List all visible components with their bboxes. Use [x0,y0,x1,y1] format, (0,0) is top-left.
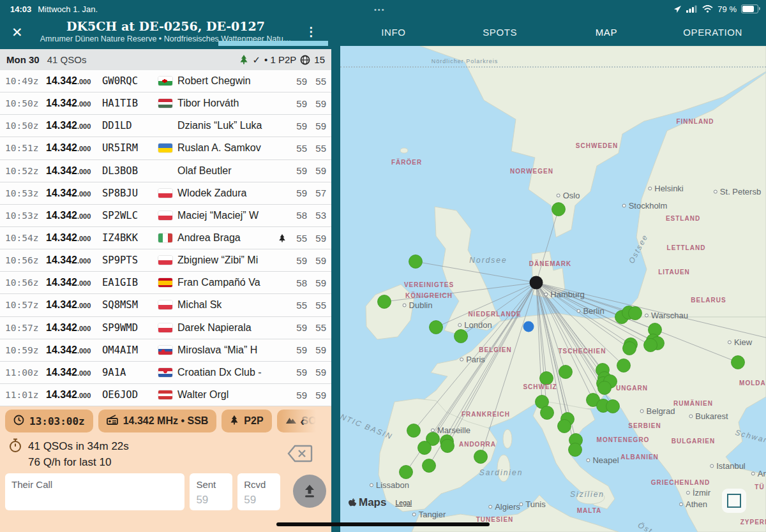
map-area[interactable]: Nördlicher PolarkreisFÄRÖERNORWEGENSCHWE… [340,46,766,532]
qso-row[interactable]: 10:59z14.342.000OM4AIMMiroslava “Mia” H5… [0,339,331,362]
status-bar: 14:03 Mittwoch 1. Jan. ••• 79 % [0,0,766,18]
chip-tree[interactable]: P2P [222,410,271,432]
qso-time: 11:00z [5,367,46,378]
their-call-field[interactable]: Their Call [5,473,184,510]
log-day: Mon 30 [6,54,40,65]
arctic-circle-line [340,66,766,68]
qso-row[interactable]: 10:57z14.342.000SQ8MSMMichal Sk5555 [0,294,331,316]
qso-map-marker[interactable] [552,203,566,216]
land-faroe [400,148,408,153]
dxcc-count: 15 [314,54,325,65]
qso-map-marker[interactable] [400,466,413,479]
multitask-dots: ••• [374,6,386,13]
qso-map-marker[interactable] [540,372,553,385]
sent-field[interactable]: Sent 59 [190,473,232,510]
sent-value: 59 [196,494,226,506]
home-indicator[interactable] [276,522,490,526]
chevron-left-icon[interactable]: ‹ [300,414,304,429]
qso-rst-rcvd: 55 [307,322,326,333]
qso-row[interactable]: 11:01z14.342.000OE6JODWalter Orgl5959 [0,384,331,406]
qso-callsign: SQ8MSM [102,299,158,311]
qso-row[interactable]: 10:56z14.342.000EA1GIBFran Campañó Va585… [0,272,331,294]
fullscreen-button[interactable] [722,489,746,513]
qso-name: Zbigniew “Zibi” Mi [177,255,276,266]
land-corsica [503,429,512,448]
qso-time: 10:53z [5,211,46,221]
chip-clock[interactable]: 13:03:00z [5,410,93,432]
rcvd-field[interactable]: Rcvd 59 [237,473,280,510]
qso-map-marker[interactable] [430,321,443,334]
qso-name: Robert Chegwin [177,75,276,87]
flag-icon-croatia [158,368,172,377]
qso-row[interactable]: 10:54z14.342.000IZ4BKKAndrea Braga5559 [0,227,331,249]
qso-callsign: EA1GIB [102,277,158,288]
qso-map-marker[interactable] [569,443,582,457]
qso-row[interactable]: 10:56z14.342.000SP9PTSZbigniew “Zibi” Mi… [0,249,331,272]
qso-map-marker[interactable] [558,420,571,433]
panel-divider [331,49,340,532]
qso-map-marker[interactable] [623,342,636,355]
log-qso-button[interactable] [293,475,326,508]
tab-spots[interactable]: SPOTS [447,18,553,46]
qso-row[interactable]: 11:00z14.342.0009A1ACroatian Dx Club -59… [0,362,331,384]
qso-rst-sent: 58 [288,210,307,221]
qso-rate-line1: 41 QSOs in 34m 22s [28,438,129,454]
qso-row[interactable]: 10:50z14.342.000DD1LDDzianis “Luk” Luka5… [0,115,331,137]
qso-map-marker[interactable] [732,356,745,369]
qso-time: 10:57z [5,300,46,310]
qso-map-marker[interactable] [423,459,436,473]
qso-name: Andrea Braga [177,232,276,244]
qso-row[interactable]: 10:49z14.342.000GW0RQCRobert Chegwin5955 [0,70,331,92]
qso-map-marker[interactable] [617,359,631,373]
qso-map-marker[interactable] [629,307,642,320]
qso-row[interactable]: 10:50z14.342.000HA1TIBTibor Horváth5959 [0,92,331,115]
kebab-menu-icon[interactable]: ⋮ [305,24,317,39]
qso-time: 10:57z [5,323,46,333]
chip-radio[interactable]: 14.342 MHz • SSB [98,410,217,432]
qso-time: 10:56z [5,255,46,265]
qso-map-marker[interactable] [418,441,432,455]
wifi-icon [702,5,713,13]
blue-map-marker[interactable] [523,321,534,332]
qso-map-marker[interactable] [606,400,620,413]
qso-rst-sent: 55 [288,300,307,311]
log-day-header[interactable]: Mon 30 41 QSOs ✓ • 1 P2P 15 [0,49,331,70]
chip-row: 13:03:00z14.342 MHz • SSBP2PSOTA [5,410,331,432]
station-map-marker[interactable] [530,276,543,290]
qso-row[interactable]: 10:52z14.342.000DL3BOBOlaf Beutler5959 [0,160,331,182]
qso-map-marker[interactable] [644,339,657,352]
tab-map[interactable]: MAP [553,18,660,46]
qso-map-marker[interactable] [407,424,421,438]
qso-row[interactable]: 10:57z14.342.000SP9WMDDarek Napierala595… [0,317,331,339]
qso-frequency: 14.342.000 [46,232,102,244]
qso-map-marker[interactable] [474,450,488,464]
qso-map-marker[interactable] [541,406,554,420]
qso-row[interactable]: 10:53z14.342.000SP8BJUWlodek Zadura5957 [0,182,331,205]
close-icon[interactable]: ✕ [11,26,23,39]
qso-row[interactable]: 10:53z14.342.000SP2WLCMaciej “Maciej” W5… [0,205,331,227]
flag-icon-poland [158,189,172,198]
legal-link[interactable]: Legal [395,499,412,506]
clock-date: Mittwoch 1. Jan. [38,4,98,14]
qso-frequency: 14.342.000 [46,75,102,87]
log-qso-count: 41 QSOs [47,54,87,65]
qso-callsign: IZ4BKK [102,232,158,244]
flag-icon-slovakia [158,346,172,355]
qso-map-marker[interactable] [454,330,468,343]
tab-operation[interactable]: OPERATION [659,18,766,46]
land-ireland [366,284,414,339]
qso-map-marker[interactable] [598,381,612,395]
qso-frequency: 14.342.000 [46,367,102,378]
qso-map-marker[interactable] [378,295,391,309]
qso-frequency: 14.342.000 [46,210,102,221]
clock-icon [13,415,24,428]
fullscreen-corner [734,494,741,501]
qso-map-marker[interactable] [559,366,573,379]
flag-icon-poland [158,300,172,309]
qso-time: 10:59z [5,345,46,355]
qso-row[interactable]: 10:51z14.342.000UR5IRMRuslan A. Samkov55… [0,137,331,159]
qso-map-marker[interactable] [409,255,423,269]
backspace-button[interactable] [287,443,313,466]
tab-info[interactable]: INFO [340,18,447,46]
qso-map-marker[interactable] [441,440,454,453]
